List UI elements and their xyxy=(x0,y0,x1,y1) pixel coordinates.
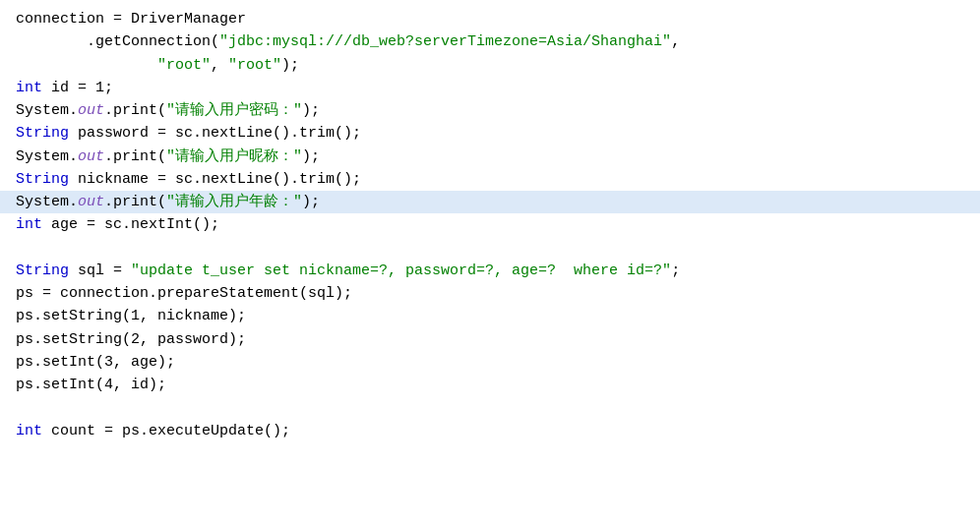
code-text: sql = xyxy=(69,260,131,282)
code-text: age = sc.nextInt(); xyxy=(42,213,219,236)
code-line-17: ps.setInt(4, id); xyxy=(0,374,980,396)
code-line-2: .getConnection("jdbc:mysql:///db_web?ser… xyxy=(0,30,980,53)
keyword-string: String xyxy=(16,122,69,145)
code-text: ); xyxy=(281,54,299,77)
code-line-7: System.out.print("请输入用户昵称："); xyxy=(0,146,980,168)
keyword-string: String xyxy=(16,260,69,282)
code-text: ps.setString(2, password); xyxy=(16,328,246,351)
code-string: "请输入用户年龄：" xyxy=(166,191,302,213)
code-object: out xyxy=(78,99,104,122)
code-string: "root" xyxy=(157,54,211,77)
code-line-4: int id = 1; xyxy=(0,77,980,99)
code-editor: connection = DriverManager .getConnectio… xyxy=(0,0,980,525)
code-text: .print( xyxy=(104,146,166,168)
code-text: id = 1; xyxy=(42,77,113,99)
code-text: password = sc.nextLine().trim(); xyxy=(69,122,361,145)
code-line-19: int count = ps.executeUpdate(); xyxy=(0,420,980,442)
code-object: out xyxy=(78,146,104,168)
code-line-1: connection = DriverManager xyxy=(0,8,980,30)
code-line-5: System.out.print("请输入用户密码："); xyxy=(0,99,980,122)
code-text: ps.setInt(3, age); xyxy=(16,351,175,374)
code-line-6: String password = sc.nextLine().trim(); xyxy=(0,122,980,145)
keyword-string: String xyxy=(16,168,69,191)
code-text: ); xyxy=(302,191,320,213)
code-text: nickname = sc.nextLine().trim(); xyxy=(69,168,361,191)
code-line-15: ps.setString(2, password); xyxy=(0,328,980,351)
code-text: .getConnection( xyxy=(16,30,219,53)
code-line-8: String nickname = sc.nextLine().trim(); xyxy=(0,168,980,191)
code-text xyxy=(16,54,157,77)
code-text: System. xyxy=(16,191,78,213)
code-line-13: ps = connection.prepareStatement(sql); xyxy=(0,282,980,305)
code-line-16: ps.setInt(3, age); xyxy=(0,351,980,374)
code-text: , xyxy=(671,30,680,53)
code-text: ps = connection.prepareStatement(sql); xyxy=(16,282,352,305)
code-text: ); xyxy=(302,99,320,122)
code-line-18 xyxy=(0,396,980,419)
code-text: ps.setInt(4, id); xyxy=(16,374,166,396)
code-string: "jdbc:mysql:///db_web?serverTimezone=Asi… xyxy=(219,30,671,53)
code-text: , xyxy=(211,54,228,77)
code-line-14: ps.setString(1, nickname); xyxy=(0,305,980,327)
code-text: ps.setString(1, nickname); xyxy=(16,305,246,327)
code-string: "update t_user set nickname=?, password=… xyxy=(131,260,671,282)
keyword-int: int xyxy=(16,213,42,236)
code-line-3: "root", "root"); xyxy=(0,54,980,77)
code-text: System. xyxy=(16,99,78,122)
keyword-int: int xyxy=(16,420,42,442)
code-text: ; xyxy=(671,260,680,282)
code-text: ); xyxy=(302,146,320,168)
code-line-11 xyxy=(0,237,980,260)
code-line-10: int age = sc.nextInt(); xyxy=(0,213,980,236)
code-string: "root" xyxy=(228,54,281,77)
code-text: count = ps.executeUpdate(); xyxy=(42,420,290,442)
code-string: "请输入用户昵称：" xyxy=(166,146,302,168)
code-line-9: System.out.print("请输入用户年龄："); xyxy=(0,191,980,213)
keyword-int: int xyxy=(16,77,42,99)
code-text: .print( xyxy=(104,191,166,213)
code-text: .print( xyxy=(104,99,166,122)
code-text: connection = DriverManager xyxy=(16,8,246,30)
code-object: out xyxy=(78,191,104,213)
code-line-12: String sql = "update t_user set nickname… xyxy=(0,260,980,282)
code-string: "请输入用户密码：" xyxy=(166,99,302,122)
code-text: System. xyxy=(16,146,78,168)
